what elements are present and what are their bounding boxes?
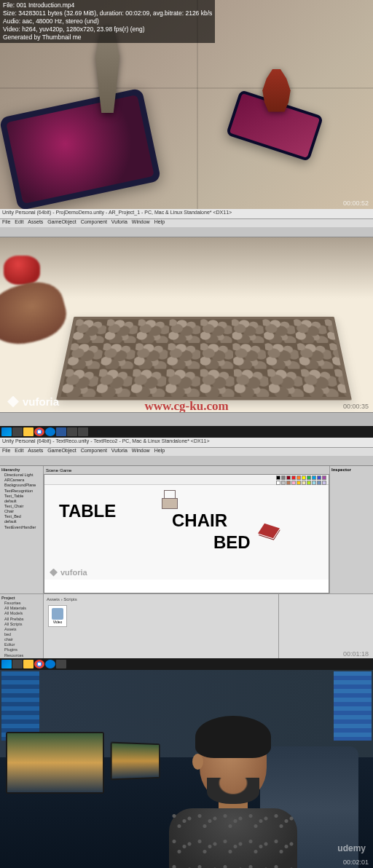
menu-file[interactable]: File [2, 219, 10, 227]
project-item[interactable]: All Prefabs [1, 617, 42, 622]
color-swatch[interactable] [307, 476, 311, 480]
floor-tile-line [0, 87, 373, 89]
menu-component[interactable]: Component [81, 448, 107, 456]
video-frame-2: Unity Personal (64bit) - ProjDemoDemo.un… [0, 209, 373, 426]
taskbar-app-icon[interactable] [67, 427, 77, 436]
edge-icon[interactable] [45, 427, 55, 436]
project-item[interactable]: bed [1, 632, 42, 637]
tab-game[interactable]: Game [60, 468, 71, 473]
asset-item[interactable]: Video [48, 605, 67, 627]
taskbar-app-icon[interactable] [56, 660, 66, 668]
ar-chair-model [162, 490, 178, 509]
udemy-logo: udemy [337, 843, 366, 853]
menu-window[interactable]: Window [132, 219, 150, 227]
paint-canvas: TABLE CHAIR BED vuforia [44, 485, 329, 580]
monitor-left [6, 732, 104, 794]
unity-menubar[interactable]: File Edit Assets GameObject Component Vu… [0, 448, 373, 456]
menu-edit[interactable]: Edit [15, 448, 23, 456]
chrome-icon[interactable] [34, 660, 44, 668]
tab-scene[interactable]: Scene [46, 468, 58, 473]
hierarchy-item[interactable]: TextRecognition [1, 489, 42, 494]
hierarchy-item[interactable]: Text_Table [1, 494, 42, 499]
webcam-view: udemy 00:02:01 [0, 670, 373, 868]
menu-vuforia[interactable]: Vuforia [111, 219, 127, 227]
color-swatch[interactable] [276, 476, 280, 480]
menu-gameobject[interactable]: GameObject [47, 219, 76, 227]
menu-assets[interactable]: Assets [28, 448, 43, 456]
project-item[interactable]: Plugins [1, 647, 42, 652]
menu-gameobject[interactable]: GameObject [47, 448, 76, 456]
hierarchy-panel[interactable]: Hierarchy Directional Light ARCamera Bac… [0, 466, 44, 593]
project-item[interactable]: Favorites [1, 601, 42, 606]
unity-toolbar[interactable] [0, 456, 373, 466]
color-swatch[interactable] [317, 476, 321, 480]
color-palette[interactable] [276, 476, 326, 484]
hierarchy-item[interactable]: ARCamera [1, 478, 42, 483]
chrome-icon[interactable] [34, 427, 44, 436]
watermark: www.cg-ku.com [144, 399, 228, 412]
presenter [160, 721, 306, 868]
color-swatch[interactable] [322, 476, 326, 480]
timestamp: 00:01:18 [343, 650, 369, 658]
search-icon[interactable] [12, 660, 23, 668]
paint-ribbon [44, 475, 329, 485]
hierarchy-item[interactable]: default [1, 519, 42, 524]
color-swatch[interactable] [291, 476, 296, 480]
hierarchy-item[interactable]: Chair [1, 509, 42, 514]
menu-assets[interactable]: Assets [28, 219, 43, 227]
color-swatch[interactable] [281, 476, 286, 480]
inspector-panel[interactable]: Inspector [329, 466, 373, 593]
hierarchy-item[interactable]: Text_Chair [1, 504, 42, 509]
windows-taskbar[interactable] [0, 658, 373, 670]
menu-vuforia[interactable]: Vuforia [111, 448, 127, 456]
tablet-screen [6, 95, 154, 204]
unity-titlebar: Unity Personal (64bit) - ProjDemoDemo.un… [0, 209, 373, 219]
unity-menubar[interactable]: File Edit Assets GameObject Component Vu… [0, 219, 373, 227]
project-item[interactable]: chair [1, 637, 42, 642]
search-icon[interactable] [12, 427, 23, 436]
color-swatch[interactable] [302, 476, 306, 480]
hierarchy-item[interactable]: TextEventHandler [1, 525, 42, 530]
menu-help[interactable]: Help [154, 219, 165, 227]
color-swatch[interactable] [286, 476, 291, 480]
metadata-overlay: File: 001 Introduction.mp4 Size: 3428301… [0, 0, 215, 43]
project-item[interactable]: All Materials [1, 606, 42, 611]
unity-toolbar[interactable] [0, 227, 373, 237]
menu-component[interactable]: Component [81, 219, 107, 227]
hierarchy-item[interactable]: Directional Light [1, 473, 42, 478]
word-icon[interactable] [56, 427, 66, 436]
metadata-audio: Audio: aac, 48000 Hz, stereo (und) [3, 17, 212, 25]
project-item[interactable]: All Scripts [1, 622, 42, 627]
explorer-icon[interactable] [23, 660, 34, 668]
timestamp: 00:00:35 [343, 403, 369, 410]
hierarchy-item[interactable]: Text_Bed [1, 514, 42, 519]
color-swatch[interactable] [297, 476, 301, 480]
project-item[interactable]: Editor [1, 642, 42, 647]
red-object [4, 256, 40, 285]
video-frame-4: udemy 00:02:01 [0, 658, 373, 868]
hierarchy-item[interactable]: default [1, 499, 42, 504]
taskbar-app-icon[interactable] [78, 427, 88, 436]
color-swatch[interactable] [312, 476, 316, 480]
video-frame-1: File: 001 Introduction.mp4 Size: 3428301… [0, 0, 373, 209]
scene-toolbar[interactable]: Scene Game [44, 466, 329, 474]
menu-help[interactable]: Help [154, 448, 165, 456]
unity-game-view[interactable]: vuforia www.cg-ku.com [0, 237, 373, 412]
game-view-content[interactable]: TABLE CHAIR BED vuforia [44, 474, 329, 593]
menu-file[interactable]: File [2, 448, 10, 456]
hierarchy-item[interactable]: BackgroundPlane [1, 483, 42, 488]
project-item[interactable]: Assets [1, 627, 42, 632]
project-item[interactable]: All Models [1, 611, 42, 616]
project-item[interactable]: Resources [1, 653, 42, 658]
windows-taskbar[interactable] [0, 426, 373, 438]
vuforia-icon [50, 569, 58, 577]
metadata-file: File: 001 Introduction.mp4 [3, 1, 212, 9]
start-button-icon[interactable] [1, 427, 12, 436]
menu-window[interactable]: Window [132, 448, 150, 456]
menu-edit[interactable]: Edit [15, 219, 23, 227]
start-button-icon[interactable] [1, 660, 12, 668]
explorer-icon[interactable] [23, 427, 34, 436]
edge-icon[interactable] [45, 660, 55, 668]
vuforia-logo: vuforia [50, 568, 87, 577]
project-breadcrumb[interactable]: Assets › Scripts [47, 597, 275, 601]
